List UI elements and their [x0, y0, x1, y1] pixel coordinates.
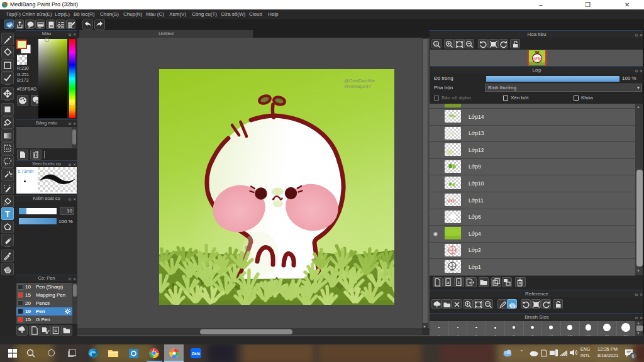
svg-text:12: 12: [6, 147, 9, 151]
svg-text:S: S: [54, 327, 57, 333]
svg-text:Zalo: Zalo: [192, 351, 200, 356]
svg-text:1: 1: [458, 280, 460, 285]
svg-text:@DanDanNie: @DanDanNie: [344, 78, 375, 84]
svg-text:a: a: [447, 280, 450, 285]
svg-text:#Holdap247: #Holdap247: [344, 84, 372, 89]
svg-text:T: T: [5, 209, 10, 219]
svg-text:1: 1: [435, 42, 437, 46]
